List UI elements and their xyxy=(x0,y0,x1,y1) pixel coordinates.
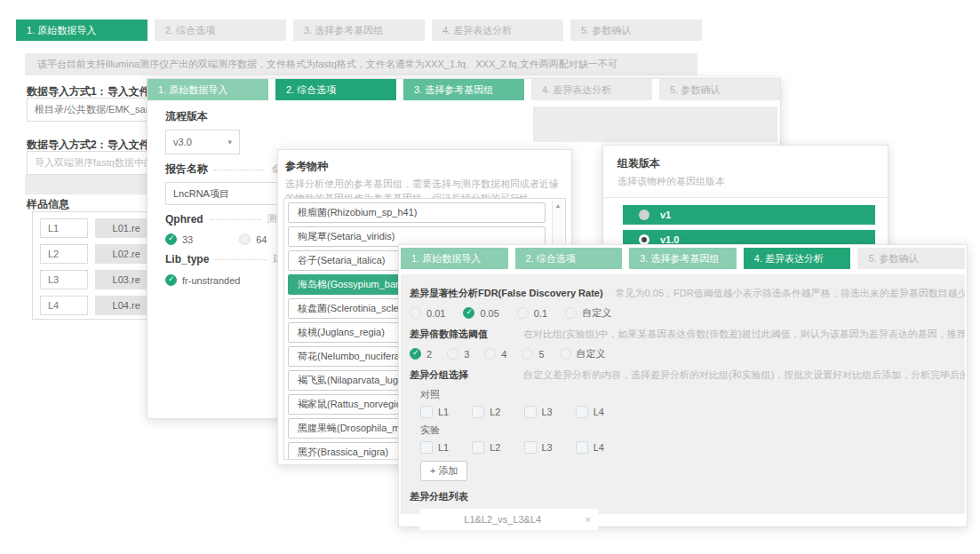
notice-bar-fragment xyxy=(533,107,777,142)
diff-group-hint: 自定义差异分析的内容，选择差异分析的对比组(和实验组)，按批次设置好对比组后添加… xyxy=(523,368,965,382)
qphred-radio-64[interactable]: 64 xyxy=(239,233,267,245)
version-panel-subtitle: 选择该物种的基因组版本 xyxy=(617,175,888,188)
checkbox-icon xyxy=(472,441,484,454)
fdr-radio-custom[interactable]: 自定义 xyxy=(565,306,611,320)
radio-icon xyxy=(239,233,251,245)
window-step4-diff-analysis: 1. 原始数据导入 2. 综合选项 3. 选择参考基因组 4. 差异表达分析 5… xyxy=(398,244,968,527)
wizard-tabs-step2-window: 1. 原始数据导入 2. 综合选项 3. 选择参考基因组 4. 差异表达分析 5… xyxy=(147,79,780,100)
radio-checked-icon xyxy=(165,233,177,245)
tab-step-4[interactable]: 4. 差异表达分析 xyxy=(432,20,563,41)
group-list-label: 差异分组列表 xyxy=(410,490,965,503)
sample-name-input[interactable]: L2 xyxy=(40,244,88,264)
radio-icon xyxy=(484,348,496,360)
tab-step-5[interactable]: 5. 参数确认 xyxy=(857,248,965,269)
treatment-checkbox-L2[interactable]: L2 xyxy=(472,441,500,454)
dotted-leader xyxy=(210,218,261,220)
dotted-leader xyxy=(214,169,266,170)
qphred-label: Qphred xyxy=(165,213,203,226)
page: 1. 原始数据导入 2. 综合选项 3. 选择参考基因组 4. 差异表达分析 5… xyxy=(0,0,980,554)
lib-type-label: Lib_type xyxy=(165,253,209,265)
fc-radio-4[interactable]: 4 xyxy=(484,348,506,360)
radio-icon xyxy=(639,210,649,220)
checkbox-icon xyxy=(524,406,537,418)
close-icon[interactable]: × xyxy=(586,514,591,525)
control-checkbox-L1[interactable]: L1 xyxy=(420,406,449,418)
fold-change-hint: 在对比组(实验组)中，如果某基因表达倍数(倍数差)超过此阈值，则认为该基因为差异… xyxy=(523,328,965,341)
scroll-up-icon[interactable]: ▲ xyxy=(553,202,563,209)
radio-icon xyxy=(517,307,529,319)
tab-step-3[interactable]: 3. 选择参考基因组 xyxy=(293,20,425,41)
pipeline-version-value: v3.0 xyxy=(173,137,192,147)
qphred-radio-33[interactable]: 33 xyxy=(165,233,193,245)
diff-group-tag-text: L1&L2_vs_L3&L4 xyxy=(420,514,586,525)
version-panel-title: 组装版本 xyxy=(617,156,888,171)
diff-group-tag: L1&L2_vs_L3&L4 × xyxy=(420,509,598,530)
tab-step-1[interactable]: 1. 原始数据导入 xyxy=(401,248,508,269)
fdr-radio-0.05[interactable]: 0.05 xyxy=(463,307,498,319)
checkbox-icon xyxy=(420,406,433,418)
treatment-checkbox-L1[interactable]: L1 xyxy=(420,441,449,454)
wizard-tabs-step1-window: 1. 原始数据导入 2. 综合选项 3. 选择参考基因组 4. 差异表达分析 5… xyxy=(16,20,702,41)
checkbox-icon xyxy=(472,406,484,418)
divider xyxy=(603,197,888,198)
fc-radio-custom[interactable]: 自定义 xyxy=(560,347,606,360)
fc-radio-5[interactable]: 5 xyxy=(522,348,544,360)
dotted-leader xyxy=(215,258,267,260)
fc-radio-3[interactable]: 3 xyxy=(447,348,469,360)
fdr-radio-0.1[interactable]: 0.1 xyxy=(517,307,547,319)
control-group-label: 对照 xyxy=(420,388,965,401)
radio-checked-icon xyxy=(463,307,474,319)
tab-step-2[interactable]: 2. 综合选项 xyxy=(155,20,286,41)
lib-type-radio-fr-unstranded[interactable]: fr-unstranded xyxy=(165,274,240,286)
control-checkbox-L3[interactable]: L3 xyxy=(524,406,553,418)
pipeline-version-label: 流程版本 xyxy=(165,109,432,124)
tab-step-4[interactable]: 4. 差异表达分析 xyxy=(531,79,652,100)
checkbox-icon xyxy=(576,441,588,454)
species-panel-title: 参考物种 xyxy=(285,159,571,174)
tab-step-3[interactable]: 3. 选择参考基因组 xyxy=(629,248,737,269)
sample-name-input[interactable]: L3 xyxy=(40,270,88,289)
control-checkbox-L4[interactable]: L4 xyxy=(576,406,604,418)
checkbox-icon xyxy=(420,441,433,454)
tab-step-2[interactable]: 2. 综合选项 xyxy=(275,79,396,100)
wizard-tabs-step4-window: 1. 原始数据导入 2. 综合选项 3. 选择参考基因组 4. 差异表达分析 5… xyxy=(401,248,965,269)
fdr-hint: 常见为0.05，FDR值阈值越小表示筛选条件越严格，筛选出来的差异基因数目越少，… xyxy=(616,287,965,300)
report-name-label: 报告名称 xyxy=(165,162,208,177)
species-item[interactable]: 根瘤菌(Rhizobium_sp_h41) xyxy=(288,202,546,223)
sample-info-label: 样品信息 xyxy=(27,197,69,212)
fc-radio-2[interactable]: 2 xyxy=(410,348,432,360)
treatment-checkbox-L3[interactable]: L3 xyxy=(524,441,553,454)
radio-checked-icon xyxy=(165,274,177,286)
pipeline-version-select[interactable]: v3.0 ▾ xyxy=(165,130,240,154)
treatment-group-label: 实验 xyxy=(420,423,965,437)
radio-icon xyxy=(565,307,577,319)
radio-icon xyxy=(447,348,458,360)
tab-step-4[interactable]: 4. 差异表达分析 xyxy=(744,248,851,269)
fdr-radio-0.01[interactable]: 0.01 xyxy=(410,307,445,319)
checkbox-icon xyxy=(576,406,588,418)
fold-change-label: 差异倍数筛选阈值 xyxy=(410,328,523,341)
sample-name-input[interactable]: L1 xyxy=(40,218,88,238)
control-checkbox-L2[interactable]: L2 xyxy=(472,406,500,418)
platform-notice: 该平台目前支持Illumina测序仪产出的双端测序数据，文件格式为fastq格式… xyxy=(25,53,697,75)
checkbox-icon xyxy=(524,441,537,454)
tab-step-2[interactable]: 2. 综合选项 xyxy=(515,248,623,269)
radio-icon xyxy=(560,348,571,360)
tab-step-3[interactable]: 3. 选择参考基因组 xyxy=(403,79,524,100)
diff-group-label: 差异分组选择 xyxy=(410,368,523,382)
treatment-checkbox-L4[interactable]: L4 xyxy=(576,441,604,454)
diff-analysis-form: 差异显著性分析FDR(False Discovery Rate) 常见为0.05… xyxy=(401,274,965,514)
radio-icon xyxy=(522,348,533,360)
tab-step-5[interactable]: 5. 参数确认 xyxy=(570,20,702,41)
chevron-down-icon: ▾ xyxy=(227,138,232,146)
sample-name-input[interactable]: L4 xyxy=(40,296,88,315)
tab-step-1[interactable]: 1. 原始数据导入 xyxy=(16,20,147,41)
tab-step-1[interactable]: 1. 原始数据导入 xyxy=(147,79,268,100)
tab-step-5[interactable]: 5. 参数确认 xyxy=(659,79,780,100)
fdr-label: 差异显著性分析FDR(False Discovery Rate) xyxy=(410,287,603,300)
radio-icon xyxy=(410,307,421,319)
radio-checked-icon xyxy=(410,348,421,360)
version-option-v1[interactable]: v1 xyxy=(623,205,875,225)
add-group-button[interactable]: + 添加 xyxy=(420,461,467,481)
